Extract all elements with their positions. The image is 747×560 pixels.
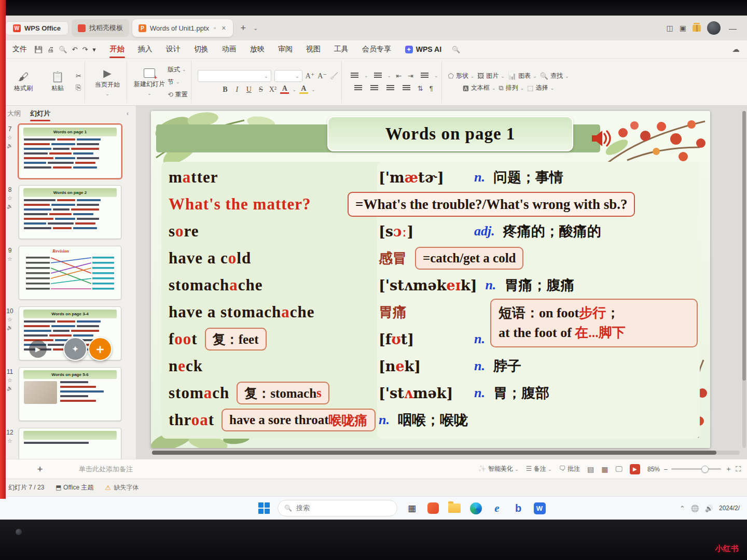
menu-tab-视图[interactable]: 视图	[299, 42, 327, 57]
ribbon-search-icon[interactable]: 🔍	[449, 46, 463, 53]
audio-icon[interactable]: 🔉	[7, 385, 13, 391]
grow-font-button[interactable]: A⁺	[306, 72, 315, 80]
audio-icon[interactable]: 🔉	[7, 203, 13, 209]
italic-button[interactable]: I	[232, 86, 241, 94]
zoom-level[interactable]: 85%	[647, 466, 660, 473]
edge-icon[interactable]	[469, 501, 482, 515]
slide-thumbnail[interactable]: Words on page 1	[19, 124, 121, 178]
vocab-word[interactable]: stomachache	[169, 276, 262, 295]
save-icon[interactable]: 💾	[34, 46, 43, 53]
cloud-sync-icon[interactable]: ☁	[732, 45, 740, 54]
slide-thumbnail[interactable]	[19, 428, 121, 459]
vocab-word[interactable]: matter	[169, 168, 218, 187]
menu-tab-会员专享[interactable]: 会员专享	[355, 42, 398, 57]
shapes-button[interactable]: ⬠形状⌄	[448, 72, 475, 80]
slide-thumbnail[interactable]: Words on page 5-6	[19, 367, 121, 421]
redo-icon[interactable]: ↷	[82, 46, 88, 53]
comments-button[interactable]: 🗨 批注	[559, 465, 580, 473]
star-icon[interactable]: ☆	[7, 195, 12, 202]
select-button[interactable]: ⬚选择⌄	[527, 83, 554, 92]
chart-button[interactable]: 📊图表⌄	[508, 72, 537, 80]
menu-tab-放映[interactable]: 放映	[243, 42, 271, 57]
slideshow-button[interactable]: ▶	[630, 464, 640, 474]
close-tab-icon[interactable]: ×	[220, 24, 227, 32]
shrink-font-button[interactable]: A⁻	[317, 72, 327, 80]
numbered-list-icon[interactable]	[371, 71, 384, 80]
zoom-slider-knob[interactable]	[701, 466, 709, 473]
decrease-indent-icon[interactable]: ⇤	[394, 72, 403, 80]
task-view-icon[interactable]: ▦	[405, 501, 419, 515]
vocab-word[interactable]: foot	[169, 330, 198, 348]
vertical-scrollbar[interactable]	[742, 111, 746, 448]
menu-tab-设计[interactable]: 设计	[159, 42, 187, 57]
menu-tab-审阅[interactable]: 审阅	[271, 42, 299, 57]
font-size-select[interactable]: ⌄	[274, 70, 302, 82]
zoom-slider[interactable]	[671, 468, 721, 470]
menu-tab-切换[interactable]: 切换	[187, 42, 215, 57]
bullet-list-icon[interactable]	[348, 71, 361, 80]
vocab-word[interactable]: have a stomachache	[169, 303, 314, 321]
gift-icon[interactable]	[693, 25, 701, 32]
fit-slide-icon[interactable]: ⛶	[736, 465, 741, 473]
horizontal-scrollbar[interactable]	[152, 451, 740, 455]
layout-button[interactable]: 版式⌄	[168, 65, 188, 74]
wps-ai-button[interactable]: ✦ WPS AI	[400, 45, 447, 53]
vocab-word[interactable]: throat	[169, 411, 214, 429]
paste-button[interactable]: 📋 粘贴	[42, 72, 74, 93]
slide-thumbnail[interactable]: Words on page 2	[19, 185, 121, 239]
tab-pin-icon[interactable]: ▫	[213, 24, 217, 32]
slide-thumbnail[interactable]: Revision	[19, 246, 121, 300]
tray-chevron-icon[interactable]: ⌃	[680, 505, 685, 512]
picture-button[interactable]: 🖼图片⌄	[477, 72, 505, 80]
slide-canvas[interactable]: Words on page 1 matter['mætɚ]n.问题；事情What…	[151, 111, 710, 448]
notes-button[interactable]: ☰ 备注 ⌄	[526, 465, 552, 473]
play-from-page-button[interactable]: ▶ 当页开始⌄	[91, 68, 123, 96]
menu-file[interactable]: 文件	[7, 45, 32, 54]
slides-tab[interactable]: 幻灯片	[30, 109, 50, 118]
menu-tab-插入[interactable]: 插入	[131, 42, 159, 57]
missing-font-warning[interactable]: ⚠缺失字体	[105, 483, 139, 492]
zoom-in-icon[interactable]: ＋	[725, 465, 732, 474]
find-button[interactable]: 🔍查找⌄	[540, 72, 569, 80]
more-commands-icon[interactable]: ▾	[92, 46, 96, 53]
reset-button[interactable]: ⟲重置	[168, 90, 188, 99]
cut-icon[interactable]: ✂	[76, 72, 81, 80]
align-right-icon[interactable]	[384, 83, 397, 93]
volume-icon[interactable]: 🔊	[705, 505, 713, 512]
taskbar-search[interactable]: 🔍 搜索	[278, 500, 397, 516]
format-painter-button[interactable]: 🖌 格式刷	[7, 72, 39, 93]
file-explorer-icon[interactable]	[448, 501, 461, 515]
vocab-word[interactable]: have a cold	[169, 249, 251, 268]
notes-placeholder[interactable]: 单击此处添加备注	[79, 465, 133, 474]
outline-tab[interactable]: 大纲	[7, 109, 21, 118]
tray-date[interactable]: 2024/2/	[719, 505, 745, 512]
wps-icon[interactable]: W	[533, 501, 546, 515]
store-icon[interactable]	[426, 501, 440, 515]
internet-explorer-icon[interactable]: e	[490, 501, 504, 515]
print-icon[interactable]: 🖨	[47, 46, 54, 53]
font-family-select[interactable]: ⌄	[198, 70, 271, 82]
star-icon[interactable]: ☆	[7, 134, 12, 141]
reading-view-icon[interactable]: 🖵	[615, 465, 622, 473]
star-icon[interactable]: ☆	[7, 316, 12, 323]
star-icon[interactable]: ☆	[7, 438, 12, 444]
slide-sorter-icon[interactable]: ▦	[601, 465, 608, 473]
section-button[interactable]: 节⌄	[168, 78, 188, 87]
apps-icon[interactable]: ▣	[680, 24, 686, 32]
audio-icon[interactable]: 🔉	[7, 143, 13, 148]
menu-tab-动画[interactable]: 动画	[215, 42, 243, 57]
vocab-word[interactable]: sore	[169, 222, 199, 241]
star-icon[interactable]: ☆	[7, 256, 12, 262]
wps-home-tab[interactable]: W WPS Office	[5, 21, 68, 35]
star-icon[interactable]: ☆	[7, 377, 12, 384]
zoom-out-icon[interactable]: −	[663, 465, 668, 473]
windows-start-button[interactable]	[258, 502, 270, 514]
audio-icon[interactable]: 🔉	[7, 325, 13, 330]
bold-button[interactable]: B	[220, 86, 229, 94]
text-direction-icon[interactable]: ⇅	[416, 85, 425, 92]
increase-indent-icon[interactable]: ⇥	[406, 72, 415, 80]
slide-title[interactable]: Words on page 1	[327, 116, 573, 151]
avatar[interactable]	[707, 21, 721, 35]
floating-add-button[interactable]: ＋	[88, 337, 112, 361]
bing-icon[interactable]: b	[511, 501, 525, 515]
